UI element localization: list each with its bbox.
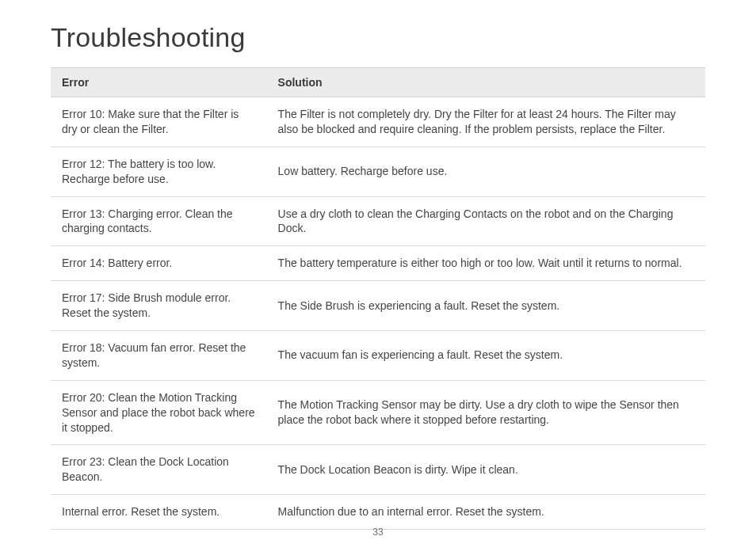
cell-error: Error 14: Battery error. xyxy=(51,246,267,281)
table-row: Error 18: Vacuum fan error. Reset the sy… xyxy=(51,331,705,381)
cell-error: Error 23: Clean the Dock Location Beacon… xyxy=(51,445,267,495)
table-header-row: Error Solution xyxy=(51,68,705,97)
cell-solution: The Side Brush is experiencing a fault. … xyxy=(267,281,705,331)
table-row: Error 12: The battery is too low. Rechar… xyxy=(51,146,705,196)
cell-error: Internal error. Reset the system. xyxy=(51,495,267,530)
cell-solution: The battery temperature is either too hi… xyxy=(267,246,705,281)
cell-solution: The Motion Tracking Sensor may be dirty.… xyxy=(267,380,705,445)
cell-error: Error 20: Clean the Motion Tracking Sens… xyxy=(51,380,267,445)
page-title: Troubleshooting xyxy=(51,22,705,53)
table-row: Error 13: Charging error. Clean the char… xyxy=(51,196,705,246)
table-row: Error 20: Clean the Motion Tracking Sens… xyxy=(51,380,705,445)
page-number: 33 xyxy=(0,527,756,538)
table-row: Error 17: Side Brush module error. Reset… xyxy=(51,281,705,331)
col-header-error: Error xyxy=(51,68,267,97)
cell-solution: The vacuum fan is experiencing a fault. … xyxy=(267,331,705,381)
cell-solution: The Dock Location Beacon is dirty. Wipe … xyxy=(267,445,705,495)
cell-error: Error 13: Charging error. Clean the char… xyxy=(51,196,267,246)
cell-error: Error 12: The battery is too low. Rechar… xyxy=(51,146,267,196)
table-row: Error 23: Clean the Dock Location Beacon… xyxy=(51,445,705,495)
table-row: Internal error. Reset the system. Malfun… xyxy=(51,495,705,530)
cell-error: Error 18: Vacuum fan error. Reset the sy… xyxy=(51,331,267,381)
cell-solution: Malfunction due to an internal error. Re… xyxy=(267,495,705,530)
col-header-solution: Solution xyxy=(267,68,705,97)
cell-solution: The Filter is not completely dry. Dry th… xyxy=(267,97,705,147)
cell-error: Error 17: Side Brush module error. Reset… xyxy=(51,281,267,331)
cell-solution: Low battery. Recharge before use. xyxy=(267,146,705,196)
troubleshooting-table: Error Solution Error 10: Make sure that … xyxy=(51,67,705,530)
cell-error: Error 10: Make sure that the Filter is d… xyxy=(51,97,267,147)
table-row: Error 10: Make sure that the Filter is d… xyxy=(51,97,705,147)
document-page: Troubleshooting Error Solution Error 10:… xyxy=(0,0,756,540)
cell-solution: Use a dry cloth to clean the Charging Co… xyxy=(267,196,705,246)
table-row: Error 14: Battery error. The battery tem… xyxy=(51,246,705,281)
